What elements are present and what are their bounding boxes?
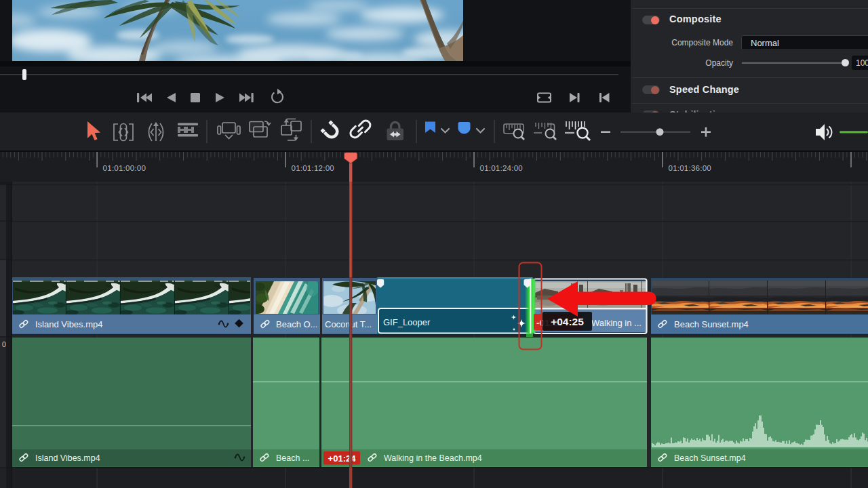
svg-text:01:01:24:00: 01:01:24:00 — [480, 163, 523, 172]
svg-text:Walking in ...: Walking in ... — [591, 318, 642, 328]
svg-text:0: 0 — [2, 340, 6, 348]
svg-text:+04:25: +04:25 — [551, 316, 584, 327]
svg-text:Beach Sunset.mp4: Beach Sunset.mp4 — [674, 319, 749, 329]
svg-text:01:01:36:00: 01:01:36:00 — [669, 163, 711, 172]
svg-text:Walking in the Beach.mp4: Walking in the Beach.mp4 — [384, 453, 482, 463]
svg-text:GIF_Looper: GIF_Looper — [383, 317, 431, 327]
svg-text:Island Vibes.mp4: Island Vibes.mp4 — [35, 319, 103, 329]
svg-text:Beach ...: Beach ... — [276, 453, 309, 463]
svg-text:Island Vibes.mp4: Island Vibes.mp4 — [35, 453, 100, 463]
svg-text:Beach O...: Beach O... — [276, 319, 317, 329]
svg-text:Beach Sunset.mp4: Beach Sunset.mp4 — [674, 453, 746, 463]
svg-text:01:01:00:00: 01:01:00:00 — [103, 163, 146, 172]
svg-text:Coconut T...: Coconut T... — [325, 319, 372, 329]
svg-text:01:01:12:00: 01:01:12:00 — [292, 163, 334, 172]
